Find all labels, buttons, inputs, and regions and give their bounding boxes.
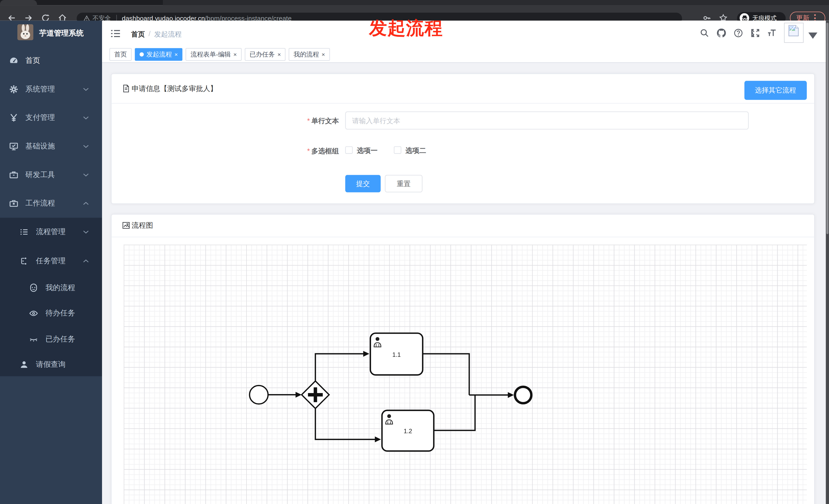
required-asterisk: * xyxy=(307,147,310,155)
chevron-down-icon xyxy=(83,116,89,119)
tag-done-tasks[interactable]: 已办任务 × xyxy=(245,48,286,61)
breadcrumb-home[interactable]: 首页 xyxy=(131,29,145,39)
card-header: 流程图 xyxy=(111,215,814,236)
sidebar-item-my-processes[interactable]: 我的流程 xyxy=(0,277,102,298)
sidebar-item-leave-query[interactable]: 请假查询 xyxy=(0,354,102,375)
dashboard-icon xyxy=(9,56,19,65)
single-line-text-input[interactable] xyxy=(345,111,749,129)
checkbox-option-1[interactable] xyxy=(345,147,353,154)
scrollbar[interactable] xyxy=(826,21,829,504)
bpmn-start-event[interactable] xyxy=(249,385,268,403)
sidebar-item-label: 支付管理 xyxy=(25,113,55,122)
submit-button[interactable]: 提交 xyxy=(345,175,381,192)
tag-label: 已办任务 xyxy=(250,50,275,59)
sidebar-item-pending-tasks[interactable]: 待办任务 xyxy=(0,303,102,324)
checkbox-option-2-label[interactable]: 选项二 xyxy=(405,146,426,155)
top-navbar: 首页 / 发起流程 xyxy=(102,21,829,46)
breadcrumb-current: 发起流程 xyxy=(154,29,182,39)
tags-view-bar: 首页 发起流程 × 流程表单-编辑 × 已办任务 × 我的流程 × xyxy=(102,46,829,63)
eye-open-icon xyxy=(29,308,38,317)
bpmn-parallel-gateway[interactable] xyxy=(301,381,329,409)
sidebar-item-process-management[interactable]: 流程管理 xyxy=(0,221,102,242)
font-size-icon[interactable] xyxy=(767,28,776,37)
tag-form-edit[interactable]: 流程表单-编辑 × xyxy=(186,48,242,61)
bpmn-user-task-1[interactable]: 1.1 xyxy=(370,333,423,375)
sidebar-item-dev-tools[interactable]: 研发工具 xyxy=(0,164,102,185)
sidebar-item-workflow[interactable]: 工作流程 xyxy=(0,193,102,214)
person-icon xyxy=(20,360,29,369)
close-icon[interactable]: × xyxy=(233,52,237,57)
app-title: 芋道管理系统 xyxy=(39,28,84,38)
close-icon[interactable]: × xyxy=(322,52,325,57)
tree-list-icon xyxy=(20,227,29,236)
tag-label: 首页 xyxy=(114,50,127,59)
flow-task2-to-join xyxy=(433,395,475,430)
sidebar-item-label: 研发工具 xyxy=(25,170,55,180)
bpmn-user-task-2[interactable]: 1.2 xyxy=(382,410,434,451)
document-icon xyxy=(122,85,130,92)
sidebar-item-done-tasks[interactable]: 已办任务 xyxy=(0,328,102,350)
tag-my-processes[interactable]: 我的流程 × xyxy=(289,48,330,61)
reset-button[interactable]: 重置 xyxy=(385,175,423,192)
bpmn-end-event[interactable] xyxy=(515,386,531,403)
monitor-check-icon xyxy=(9,141,19,151)
scrollbar-thumb[interactable] xyxy=(826,23,828,234)
sidebar-item-home[interactable]: 首页 xyxy=(0,50,102,71)
app-logo[interactable] xyxy=(17,24,33,40)
sidebar-logo-row[interactable]: 芋道管理系统 xyxy=(0,21,102,50)
checkbox-option-2[interactable] xyxy=(394,147,401,154)
checkbox-field-label: *多选框组 xyxy=(265,147,339,156)
close-icon[interactable]: × xyxy=(278,52,281,57)
tag-label: 我的流程 xyxy=(294,50,319,59)
github-icon[interactable] xyxy=(717,28,726,37)
main-content: 申请信息【测试多审批人】 选择其它流程 *单行文本 *多选框组 选项一 选项二 … xyxy=(102,63,829,504)
text-field-label: *单行文本 xyxy=(265,116,339,126)
active-dot-icon xyxy=(140,52,144,57)
choose-other-process-button[interactable]: 选择其它流程 xyxy=(744,81,806,100)
chevron-up-icon xyxy=(83,201,89,205)
briefcase-icon xyxy=(9,198,19,208)
process-diagram-card: 流程图 xyxy=(111,214,815,504)
required-asterisk: * xyxy=(307,117,310,125)
card-title: 申请信息【测试多审批人】 xyxy=(132,84,217,93)
breadcrumb-separator: / xyxy=(149,29,150,39)
tab-strip-segment xyxy=(163,0,829,5)
bpmn-canvas[interactable]: 1.1 1.2 xyxy=(123,244,807,504)
chevron-down-icon xyxy=(83,87,89,91)
chevron-down-icon xyxy=(83,173,89,176)
flow-task1-to-join xyxy=(423,353,469,395)
toolbox-icon xyxy=(9,170,19,180)
tag-create-process[interactable]: 发起流程 × xyxy=(135,48,183,61)
arrowhead xyxy=(508,392,514,398)
sidebar-item-infrastructure[interactable]: 基础设施 xyxy=(0,135,102,157)
sidebar-item-system[interactable]: 系统管理 xyxy=(0,78,102,100)
gear-icon xyxy=(9,84,19,94)
sidebar-item-label: 流程管理 xyxy=(36,227,66,236)
card-divider xyxy=(111,103,814,104)
sidebar-item-task-management[interactable]: 任务管理 xyxy=(0,250,102,271)
picture-icon xyxy=(122,222,130,230)
chevron-down-icon xyxy=(83,230,89,233)
tag-label: 发起流程 xyxy=(146,50,172,59)
bpmn-diagram: 1.1 1.2 xyxy=(123,244,807,504)
annotation-title: 发起流程 xyxy=(369,16,443,41)
sidebar-item-label: 工作流程 xyxy=(25,198,55,208)
tag-home[interactable]: 首页 xyxy=(109,48,132,61)
fullscreen-icon[interactable] xyxy=(751,28,760,37)
avatar[interactable] xyxy=(784,23,803,43)
sidebar-item-label: 请假查询 xyxy=(36,360,66,369)
hamburger-icon[interactable] xyxy=(111,29,120,38)
sidebar-item-payment[interactable]: 支付管理 xyxy=(0,107,102,128)
caret-down-icon[interactable] xyxy=(808,31,817,40)
apply-info-card: 申请信息【测试多审批人】 选择其它流程 *单行文本 *多选框组 选项一 选项二 … xyxy=(111,73,815,204)
chevron-down-icon xyxy=(83,144,89,148)
close-icon[interactable]: × xyxy=(174,52,178,57)
browser-active-tab[interactable] xyxy=(0,0,37,5)
checkbox-option-1-label[interactable]: 选项一 xyxy=(357,146,378,155)
arrowhead xyxy=(374,436,381,442)
help-icon[interactable] xyxy=(734,28,743,37)
search-icon[interactable] xyxy=(700,28,709,37)
chevron-up-icon xyxy=(83,259,89,263)
screen: 不安全 dashboard.yudao.iocoder.cn/bpm/proce… xyxy=(0,0,829,504)
sidebar-item-label: 我的流程 xyxy=(45,283,75,293)
